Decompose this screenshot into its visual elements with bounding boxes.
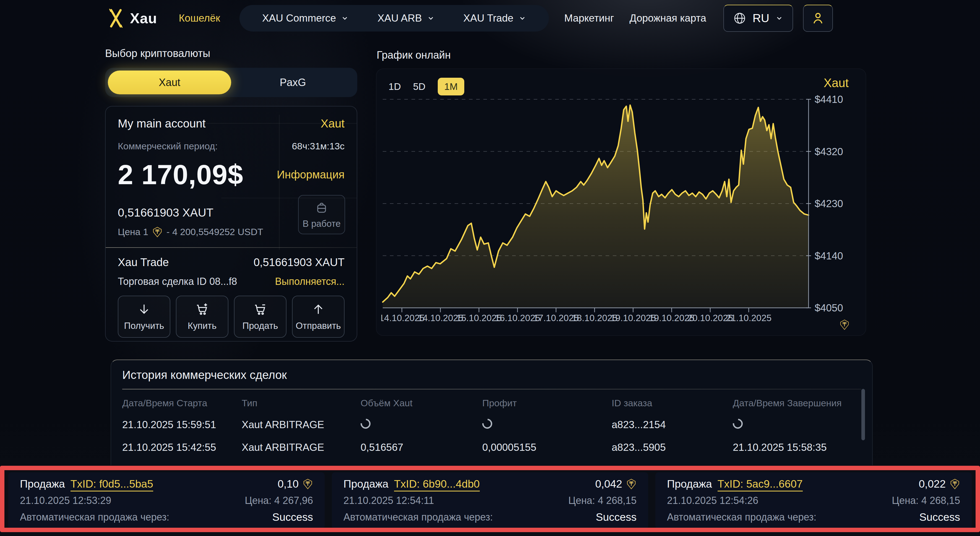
nav-dropdown-label: XAU Commerce [262, 13, 336, 24]
decor-line [181, 123, 357, 124]
cell-end [733, 419, 861, 431]
arrow-down-icon [137, 302, 151, 316]
sale-amount-value: 0,042 [595, 478, 622, 490]
globe-icon [733, 12, 746, 25]
svg-text:$4410: $4410 [815, 94, 843, 105]
chart-token-label: Xaut [824, 76, 849, 90]
cell-volume: 0,516567 [361, 442, 482, 453]
sale-action: Продажа [667, 478, 712, 490]
auto-sale-label: Автоматическая продажа через: [667, 511, 816, 523]
buy-button[interactable]: Купить [176, 296, 228, 338]
toggle-option-xaut[interactable]: Xaut [108, 70, 231, 94]
sale-price: Цена: 4 268,15 [568, 495, 636, 506]
action-label: Получить [124, 321, 164, 331]
nav-link-marketing[interactable]: Маркетинг [565, 13, 614, 24]
currency-toggle: Xaut PaxG [105, 68, 357, 97]
logo[interactable]: Xau [107, 9, 157, 28]
navbar: Xau Кошелёк XAU Commerce XAU ARB XAU Tra… [0, 0, 980, 37]
cell-type: Xaut ARBITRAGE [242, 419, 361, 431]
cart-plus-icon [195, 302, 209, 316]
scrollbar-thumb[interactable] [861, 389, 865, 440]
range-1d-button[interactable]: 1D [388, 81, 401, 92]
loading-spinner-icon [731, 417, 745, 431]
history-title: История коммерческих сделок [122, 368, 861, 382]
status-badge: Success [596, 511, 636, 523]
chart-range-buttons: 1D 5D 1M [388, 78, 464, 95]
chevron-down-icon [519, 14, 526, 22]
sale-amount: 0,022 [919, 478, 960, 490]
account-title: My main account [118, 117, 205, 130]
chevron-down-icon [427, 14, 435, 22]
sale-amount: 0,042 [595, 478, 636, 490]
column-header: Тип [242, 398, 361, 409]
auto-sale-label: Автоматическая продажа через: [344, 511, 493, 523]
range-5d-button[interactable]: 5D [413, 81, 426, 92]
price-chart: $4410$4320$4230$4140$405014.10.202514.10… [381, 93, 862, 326]
txid-link[interactable]: TxID: 5ac9...6607 [718, 478, 803, 491]
receive-button[interactable]: Получить [118, 296, 170, 338]
auto-sale-label: Автоматическая продажа через: [20, 511, 169, 523]
nav-link-roadmap[interactable]: Дорожная карта [629, 13, 706, 24]
action-label: Отправить [296, 321, 341, 331]
column-header: ID заказа [612, 398, 733, 409]
tether-icon [626, 479, 636, 489]
commercial-period-label: Коммерческий период: [118, 141, 218, 151]
currency-selector-title: Выбор криптовалюты [105, 48, 357, 59]
sale-action: Продажа [20, 478, 65, 490]
column-header: Дата/Время Старта [122, 398, 242, 409]
tether-watermark-icon [839, 320, 851, 331]
nav-wallet-link[interactable]: Кошелёк [179, 13, 220, 24]
sale-card: ПродажаTxID: 5ac9...6607 0,022 21.10.202… [655, 472, 972, 529]
in-progress-button[interactable]: В работе [298, 195, 345, 234]
cell-volume [361, 419, 482, 431]
sale-action: Продажа [344, 478, 388, 490]
account-card: My main account Xaut Коммерческий период… [105, 106, 357, 342]
divider [122, 389, 861, 390]
tether-icon [950, 479, 960, 489]
svg-text:$4050: $4050 [815, 302, 843, 313]
send-button[interactable]: Отправить [292, 296, 345, 338]
nav-dropdown-label: XAU ARB [377, 13, 422, 24]
nav-dropdown-xau-commerce[interactable]: XAU Commerce [248, 13, 363, 24]
svg-text:$4320: $4320 [815, 146, 843, 157]
logo-x-icon [107, 9, 124, 28]
logo-text: Xau [130, 10, 157, 27]
nav-dropdown-xau-arb[interactable]: XAU ARB [363, 13, 449, 24]
info-link[interactable]: Информация [277, 169, 345, 181]
table-header: Дата/Время Старта Тип Объём Xaut Профит … [122, 398, 861, 409]
sale-amount-value: 0,022 [919, 478, 946, 490]
cell-profit: 0,00005155 [482, 442, 612, 453]
bag-icon [314, 200, 329, 215]
tether-icon [152, 227, 162, 237]
txid-link[interactable]: TxID: f0d5...5ba5 [70, 478, 153, 491]
cell-order-id: a823...5905 [612, 442, 733, 453]
divider [106, 247, 357, 248]
txid-link[interactable]: TxID: 6b90...4db0 [394, 478, 480, 491]
cell-type: Xaut ARBITRAGE [242, 442, 361, 453]
sales-ticker-bar: ПродажаTxID: f0d5...5ba5 0,10 21.10.2025… [0, 465, 980, 536]
trade-panel-title: Xau Trade [118, 256, 169, 269]
sale-price: Цена: 4 267,96 [245, 495, 313, 506]
nav-dropdown-xau-trade[interactable]: XAU Trade [449, 13, 541, 24]
table-row: 21.10.2025 15:42:55 Xaut ARBITRAGE 0,516… [122, 441, 861, 454]
action-label: Купить [188, 321, 216, 331]
sale-card: ПродажаTxID: f0d5...5ba5 0,10 21.10.2025… [8, 472, 325, 529]
sale-card: ПродажаTxID: 6b90...4db0 0,042 21.10.202… [332, 472, 648, 529]
sale-amount-value: 0,10 [278, 478, 299, 490]
cell-start: 21.10.2025 15:59:51 [122, 419, 242, 431]
cell-end: 21.10.2025 15:58:35 [733, 442, 861, 453]
range-1m-button[interactable]: 1M [438, 78, 465, 95]
cell-order-id: a823...2154 [612, 419, 733, 431]
language-selector[interactable]: RU [723, 5, 793, 32]
decor-line [279, 115, 280, 250]
action-button-row: Получить Купить Продать [118, 296, 345, 338]
status-badge: Success [920, 511, 960, 523]
profile-button[interactable] [803, 5, 833, 32]
sell-button[interactable]: Продать [234, 296, 286, 338]
svg-text:21.10.2025: 21.10.2025 [726, 313, 772, 323]
left-column: Выбор криптовалюты Xaut PaxG My main acc… [105, 48, 357, 342]
column-header: Профит [482, 398, 612, 409]
price-prefix: Цена 1 [118, 226, 148, 237]
toggle-option-paxg[interactable]: PaxG [231, 70, 355, 94]
cell-start: 21.10.2025 15:42:55 [122, 442, 242, 453]
